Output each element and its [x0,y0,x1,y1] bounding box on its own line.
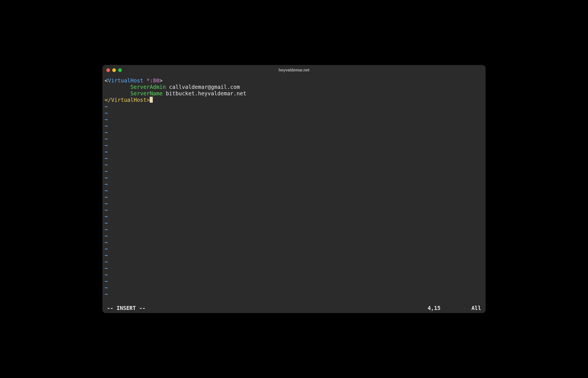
empty-line-marker: ~ [105,239,483,246]
empty-line-marker: ~ [105,123,483,129]
empty-line-marker: ~ [105,136,483,142]
terminal-window: heyvaldemar.net <VirtualHost *:80> Serve… [102,65,486,313]
editor-area[interactable]: <VirtualHost *:80> ServerAdmin callvalde… [105,77,483,304]
empty-line-marker: ~ [105,142,483,148]
traffic-lights [106,68,122,72]
title-bar: heyvaldemar.net [102,65,486,75]
code-token: *:80 [143,77,159,84]
code-token: > [160,77,163,84]
window-title: heyvaldemar.net [279,68,309,72]
vim-mode: -- INSERT -- [107,305,145,311]
code-token: VirtualHost [108,77,143,84]
empty-line-marker: ~ [105,265,483,271]
empty-line-marker: ~ [105,271,483,278]
code-token: callvaldemar@gmail.com [166,84,240,90]
empty-line-marker: ~ [105,187,483,194]
code-token: ServerAdmin [131,84,166,90]
code-token: bitbucket.heyvaldemar.net [163,90,246,96]
empty-line-marker: ~ [105,207,483,213]
code-line[interactable]: ServerAdmin callvaldemar@gmail.com [105,84,483,90]
scroll-indicator: All [472,305,481,311]
empty-line-marker: ~ [105,258,483,265]
code-line[interactable]: ServerName bitbucket.heyvaldemar.net [105,90,483,97]
empty-line-marker: ~ [105,284,483,291]
cursor-position: 4,15 [428,305,441,311]
empty-line-marker: ~ [105,174,483,181]
maximize-window-button[interactable] [118,68,122,72]
code-token: < [105,77,108,84]
empty-line-marker: ~ [105,129,483,136]
empty-line-marker: ~ [105,291,483,297]
empty-line-marker: ~ [105,278,483,284]
empty-line-marker: ~ [105,246,483,252]
empty-line-marker: ~ [105,161,483,168]
empty-line-marker: ~ [105,252,483,258]
empty-line-marker: ~ [105,181,483,187]
empty-line-marker: ~ [105,155,483,161]
minimize-window-button[interactable] [112,68,116,72]
close-window-button[interactable] [106,68,110,72]
empty-line-marker: ~ [105,220,483,226]
empty-line-marker: ~ [105,148,483,155]
empty-line-marker: ~ [105,168,483,174]
empty-line-marker: ~ [105,200,483,207]
code-token: </VirtualHost> [105,97,150,103]
empty-line-marker: ~ [105,194,483,200]
empty-line-marker: ~ [105,103,483,110]
empty-line-marker: ~ [105,233,483,239]
vim-status-bar: -- INSERT -- 4,15 All [105,304,483,313]
code-line[interactable]: <VirtualHost *:80> [105,77,483,84]
code-line[interactable]: </VirtualHost> [105,97,483,103]
empty-line-marker: ~ [105,116,483,123]
cursor [150,97,153,103]
empty-line-marker: ~ [105,110,483,116]
empty-line-marker: ~ [105,213,483,220]
terminal-content[interactable]: <VirtualHost *:80> ServerAdmin callvalde… [102,75,486,313]
empty-line-marker: ~ [105,226,483,233]
code-token: ServerName [131,90,163,96]
